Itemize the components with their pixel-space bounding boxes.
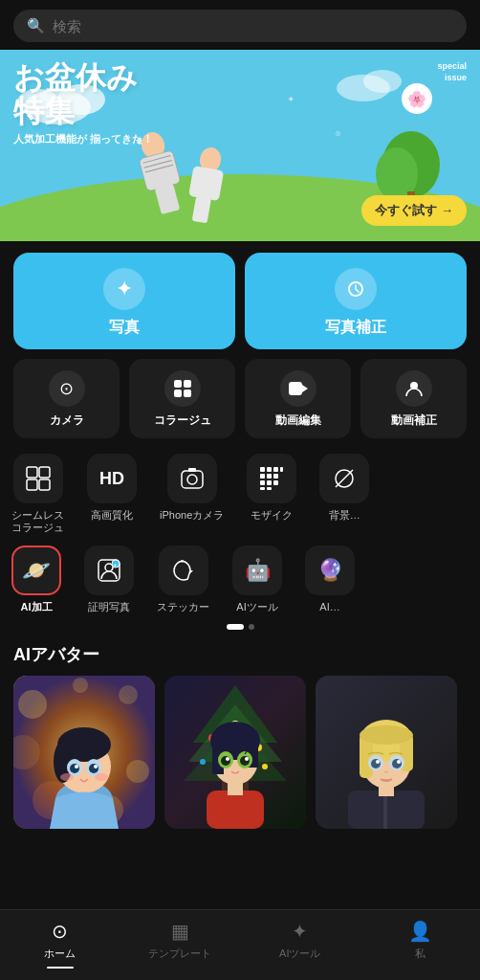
tool-sticker[interactable]: ステッカー bbox=[145, 546, 221, 613]
photo-button[interactable]: ✦ 写真 bbox=[13, 253, 235, 349]
video-edit-button[interactable]: 動画編集 bbox=[245, 359, 351, 438]
video-fix-label: 動画補正 bbox=[391, 412, 437, 429]
hero-banner[interactable]: ✦ ✦ ⊛ お盆休み 特集 人気加工機能が 揃ってきた！ specialissu… bbox=[0, 50, 480, 241]
template-label: テンプレート bbox=[148, 947, 211, 961]
svg-rect-23 bbox=[184, 380, 191, 388]
tool-id-photo[interactable]: + 証明写真 bbox=[73, 546, 145, 613]
hd-quality-label: 高画質化 bbox=[91, 509, 133, 522]
collage-button[interactable]: コラージュ bbox=[129, 359, 235, 438]
ai-more-label: AI… bbox=[319, 601, 339, 613]
tools-row-2: 🪐 AI加工 + 証明写真 ステッカー 🤖 AI bbox=[0, 534, 480, 613]
svg-rect-41 bbox=[267, 474, 272, 479]
svg-point-56 bbox=[126, 760, 149, 783]
me-icon: 👤 bbox=[408, 920, 432, 943]
iphone-camera-icon bbox=[167, 454, 217, 503]
svg-rect-36 bbox=[260, 467, 265, 472]
nav-ai-tools[interactable]: ✦ AIツール bbox=[240, 910, 360, 972]
tool-iphone-camera[interactable]: iPhoneカメラ bbox=[148, 454, 235, 534]
svg-point-91 bbox=[221, 756, 230, 766]
svg-rect-35 bbox=[188, 468, 196, 472]
ai-tools-nav-icon: ✦ bbox=[292, 920, 308, 943]
camera-icon: ⊙ bbox=[49, 370, 85, 407]
tools-row: シームレスコラージュ HD 高画質化 iPhoneカメラ bbox=[0, 438, 480, 534]
ai-tools-label: AIツール bbox=[236, 601, 277, 613]
svg-point-108 bbox=[376, 760, 380, 764]
svg-rect-38 bbox=[273, 467, 278, 472]
photo-edit-label: 写真補正 bbox=[325, 318, 386, 338]
tool-hd-quality[interactable]: HD 高画質化 bbox=[76, 454, 148, 534]
svg-point-66 bbox=[70, 764, 79, 773]
photo-edit-button[interactable]: 写真補正 bbox=[245, 253, 467, 349]
svg-rect-46 bbox=[260, 487, 265, 490]
svg-point-54 bbox=[119, 685, 138, 704]
svg-rect-44 bbox=[267, 480, 272, 485]
ai-tools-nav-label: AIツール bbox=[279, 947, 320, 961]
svg-point-80 bbox=[262, 764, 268, 769]
svg-rect-20 bbox=[188, 166, 224, 201]
svg-point-68 bbox=[75, 765, 78, 768]
svg-point-71 bbox=[95, 773, 108, 781]
template-icon: ▦ bbox=[171, 920, 189, 943]
dot-2 bbox=[249, 624, 254, 630]
svg-rect-37 bbox=[267, 467, 272, 472]
tool-ai-tools[interactable]: 🤖 AIツール bbox=[221, 546, 294, 613]
svg-rect-40 bbox=[260, 474, 265, 479]
tool-ai-processing[interactable]: 🪐 AI加工 bbox=[0, 546, 73, 613]
svg-rect-83 bbox=[207, 791, 264, 829]
tool-ai-more[interactable]: 🔮 AI… bbox=[294, 546, 366, 613]
search-input[interactable] bbox=[53, 18, 453, 34]
tool-bg-remove[interactable]: 背景… bbox=[308, 454, 381, 534]
id-photo-icon: + bbox=[84, 546, 134, 595]
home-label: ホーム bbox=[44, 947, 76, 961]
sticker-icon bbox=[159, 546, 208, 595]
svg-point-106 bbox=[371, 759, 381, 768]
camera-button[interactable]: ⊙ カメラ bbox=[13, 359, 120, 438]
bottom-nav: ⊙ ホーム ▦ テンプレート ✦ AIツール 👤 私 bbox=[0, 909, 480, 980]
tool-mosaic[interactable]: モザイク bbox=[235, 454, 308, 534]
pagination-dots bbox=[0, 614, 480, 634]
svg-rect-32 bbox=[39, 479, 50, 490]
nav-me[interactable]: 👤 私 bbox=[360, 910, 481, 972]
hero-cta-button[interactable]: 今すぐ試す → bbox=[361, 195, 467, 226]
svg-point-69 bbox=[94, 765, 98, 768]
video-fix-button[interactable]: 動画補正 bbox=[360, 359, 467, 438]
svg-rect-43 bbox=[260, 480, 265, 485]
sticker-label: ステッカー bbox=[157, 601, 209, 613]
hd-quality-icon: HD bbox=[87, 454, 137, 503]
ai-processing-label: AI加工 bbox=[21, 601, 53, 613]
svg-text:⊛: ⊛ bbox=[335, 129, 341, 138]
search-input-wrap[interactable]: 🔍 bbox=[13, 10, 467, 42]
video-edit-icon bbox=[280, 370, 316, 407]
avatar-card-1[interactable] bbox=[13, 676, 155, 829]
dot-1 bbox=[227, 624, 244, 630]
svg-point-67 bbox=[89, 764, 98, 773]
nav-home[interactable]: ⊙ ホーム bbox=[0, 910, 120, 972]
svg-point-103 bbox=[360, 725, 413, 745]
svg-point-70 bbox=[60, 773, 74, 781]
svg-point-92 bbox=[240, 756, 250, 766]
photo-label: 写真 bbox=[109, 318, 140, 338]
hero-title-line1: お盆休み bbox=[13, 61, 153, 95]
search-icon: 🔍 bbox=[27, 17, 45, 34]
hero-title-line2: 特集 bbox=[13, 95, 153, 128]
search-bar: 🔍 bbox=[0, 0, 480, 50]
avatar-row bbox=[0, 676, 480, 829]
home-icon: ⊙ bbox=[52, 920, 68, 943]
hero-special-label: specialissue bbox=[437, 61, 467, 83]
svg-marker-27 bbox=[302, 385, 308, 392]
svg-point-109 bbox=[397, 760, 401, 764]
nav-template[interactable]: ▦ テンプレート bbox=[120, 910, 241, 972]
secondary-feature-row: ⊙ カメラ コラージュ 動画編集 動画補正 bbox=[0, 349, 480, 438]
avatar-card-3[interactable] bbox=[316, 676, 457, 829]
seamless-collage-label: シームレスコラージュ bbox=[11, 509, 64, 534]
avatar-card-2[interactable] bbox=[164, 676, 306, 829]
svg-point-93 bbox=[226, 757, 229, 761]
svg-rect-47 bbox=[267, 487, 272, 490]
photo-icon: ✦ bbox=[103, 268, 145, 310]
svg-rect-39 bbox=[280, 467, 283, 472]
ai-tools-icon: 🤖 bbox=[232, 546, 282, 595]
svg-rect-42 bbox=[273, 474, 278, 479]
svg-rect-31 bbox=[27, 479, 37, 490]
id-photo-label: 証明写真 bbox=[88, 601, 130, 613]
tool-seamless-collage[interactable]: シームレスコラージュ bbox=[0, 454, 76, 534]
